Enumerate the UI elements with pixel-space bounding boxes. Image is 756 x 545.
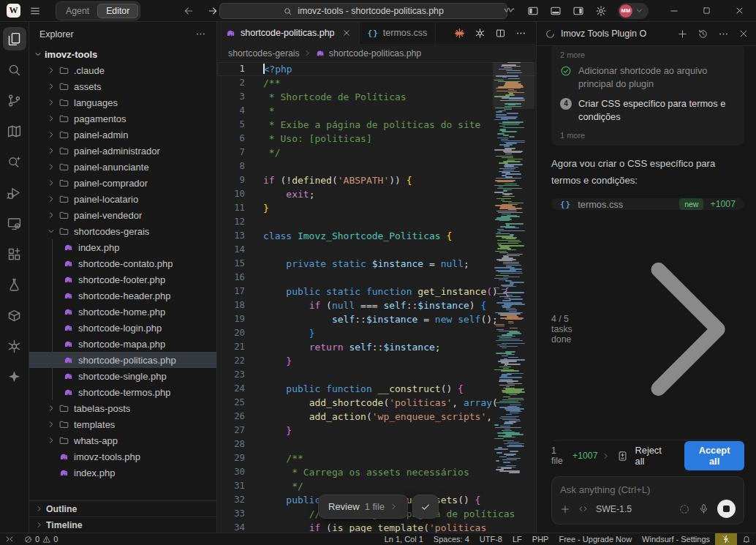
explorer-more-actions-icon[interactable] [195,29,206,40]
line-number[interactable]: 33 [217,507,263,521]
section-timeline[interactable]: Timeline [29,516,216,533]
breadcrumb[interactable]: shortcodes-gerais shortcode-politicas.ph… [217,44,536,62]
attach-icon[interactable] [560,504,570,514]
more-tasks-label[interactable]: 2 more [560,50,736,59]
settings-gear-icon[interactable] [595,5,607,17]
tree-item-shortcode-header.php[interactable]: shortcode-header.php [29,287,216,304]
code-line-18[interactable]: 18 if (null === self::$instance) { [217,298,536,312]
account-menu[interactable]: MM [618,3,649,19]
stop-button[interactable] [717,500,736,518]
code-line-15[interactable]: 15 private static $instance = null; [217,257,536,271]
new-chat-icon[interactable] [677,29,688,40]
line-number[interactable]: 32 [217,493,263,507]
code-line-14[interactable]: 14 [217,243,536,257]
code-line-20[interactable]: 20 } [217,326,536,340]
reject-all-button[interactable]: Reject all [635,445,671,467]
activity-ai-search-icon[interactable] [3,150,26,173]
line-number[interactable]: 7 [217,146,263,159]
line-number[interactable]: 9 [217,173,263,187]
line-number[interactable]: 14 [217,243,263,257]
chat-input[interactable]: Ask anything (Ctrl+L) SWE-1.5 [551,476,744,525]
status-php[interactable]: PHP [527,533,554,545]
line-number[interactable]: 25 [217,396,263,410]
code-line-25[interactable]: 25 add_shortcode('politicas', array( [217,396,536,410]
toggle-sidebar-icon[interactable] [527,5,539,17]
code-line-9[interactable]: 9if (!defined('ABSPATH')) { [217,173,536,187]
line-number[interactable]: 27 [217,424,263,437]
tree-item-shortcode-mapa.php[interactable]: shortcode-mapa.php [29,336,216,352]
accept-all-button[interactable]: Accept all [684,441,744,470]
status-utf-8[interactable]: UTF-8 [475,533,507,545]
history-icon[interactable] [698,29,708,40]
code-line-1[interactable]: 1<?php [217,62,536,76]
code-line-3[interactable]: 3 * Shortcode de Políticas [217,90,536,104]
activity-openai-icon[interactable] [3,334,26,358]
tree-item-assets[interactable]: assets [29,78,216,94]
diff-file-icon[interactable] [617,451,628,462]
code-editor[interactable]: 1<?php2/**3 * Shortcode de Políticas4 *5… [217,62,536,533]
tree-item-pagamentos[interactable]: pagamentos [29,110,216,127]
line-number[interactable]: 20 [217,326,263,340]
nav-forward-icon[interactable] [207,5,219,17]
activity-explorer-icon[interactable] [3,27,26,50]
tree-item-painel-locatario[interactable]: painel-locatario [29,191,216,207]
code-line-26[interactable]: 26 add_action('wp_enqueue_scripts', [217,410,536,424]
line-number[interactable]: 15 [217,257,263,271]
activity-run-debug-icon[interactable] [3,181,26,204]
close-tab-icon[interactable] [342,29,351,37]
code-line-6[interactable]: 6 * Uso: [politicas] [217,132,536,146]
model-selector[interactable]: SWE-1.5 [596,504,632,514]
status-free-upgrade-now[interactable]: Free - Upgrade Now [553,533,637,545]
line-number[interactable]: 8 [217,159,263,173]
tree-item-index.php[interactable]: index.php [29,465,216,481]
line-number[interactable]: 19 [217,312,263,326]
activity-search-icon[interactable] [3,58,26,81]
line-number[interactable]: 22 [217,354,263,368]
cascade-tab-title[interactable]: Imovz Tools Plugin O [561,29,671,39]
line-number[interactable]: 3 [217,90,263,104]
line-number[interactable]: 10 [217,187,263,201]
problems-indicator[interactable]: 0 0 [19,533,63,545]
code-line-21[interactable]: 21 return self::$instance; [217,340,536,354]
tree-item-painel-administrador[interactable]: painel-administrador [29,143,216,159]
code-line-34[interactable]: 34 if (is_page_template('politicas [217,521,536,533]
tree-item-index.php[interactable]: index.php [29,239,216,255]
line-number[interactable]: 2 [217,76,263,90]
split-editor-icon[interactable] [495,28,506,39]
tree-item-painel-admin[interactable]: painel-admin [29,127,216,143]
remote-indicator[interactable] [0,533,19,545]
code-line-8[interactable]: 8 [217,159,536,173]
status-network-warning[interactable] [715,533,737,545]
tree-item-languages[interactable]: languages [29,94,216,110]
close-button[interactable] [723,0,756,21]
maximize-button[interactable] [690,0,723,21]
panel-close-icon[interactable] [738,29,749,39]
line-number[interactable]: 13 [217,229,263,243]
tree-item-shortcode-single.php[interactable]: shortcode-single.php [29,368,216,384]
mode-agent-tab[interactable]: Agent [58,4,97,18]
code-line-28[interactable]: 28 [217,437,536,451]
line-number[interactable]: 12 [217,215,263,229]
line-number[interactable]: 6 [217,132,263,146]
status-windsurf-settings[interactable]: Windsurf - Settings [637,533,715,545]
toggle-secondary-sidebar-icon[interactable] [572,5,584,17]
line-number[interactable]: 26 [217,410,263,424]
line-number[interactable]: 23 [217,368,263,382]
claude-icon[interactable] [454,28,465,39]
tab-termos.css[interactable]: {}termos.css [360,22,436,44]
tree-item-shortcode-contato.php[interactable]: shortcode-contato.php [29,255,216,271]
activity-windsurf-ai-icon[interactable] [3,365,26,388]
code-line-19[interactable]: 19 self::$instance = new self(); [217,312,536,326]
code-context-icon[interactable] [578,504,588,514]
section-outline[interactable]: Outline [29,500,216,516]
code-line-7[interactable]: 7 */ [217,146,536,159]
tree-item-painel-vendedor[interactable]: painel-vendedor [29,207,216,223]
activity-testing-icon[interactable] [3,273,26,296]
notifications-bell[interactable] [737,533,756,545]
toggle-panel-icon[interactable] [550,5,562,17]
minimize-button[interactable] [657,0,690,21]
code-line-2[interactable]: 2/** [217,76,536,90]
line-number[interactable]: 18 [217,298,263,312]
tree-item-templates[interactable]: templates [29,416,216,432]
command-search[interactable]: imovz-tools - shortcode-politicas.php [219,3,507,19]
